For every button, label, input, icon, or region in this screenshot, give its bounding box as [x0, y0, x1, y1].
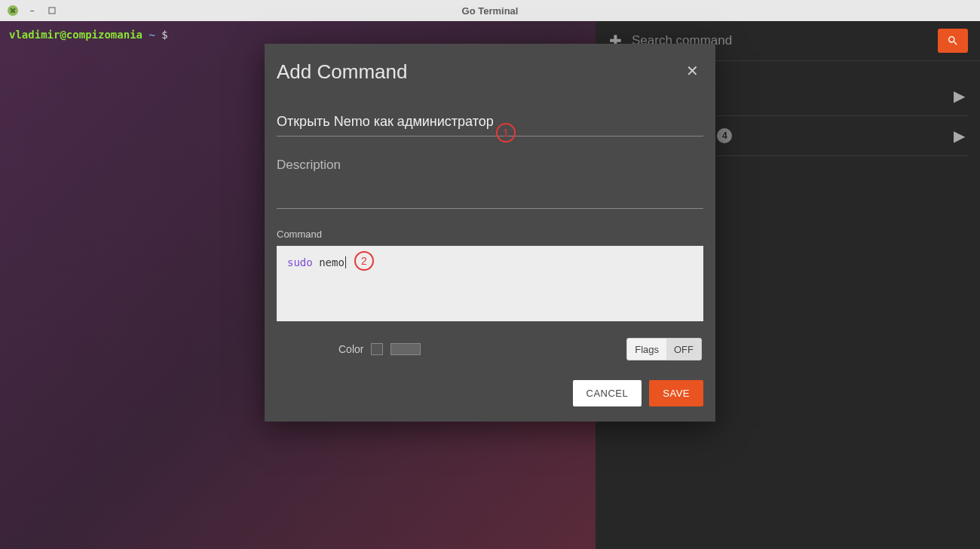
prompt-user: vladimir@compizomania [9, 29, 142, 41]
flags-label: Flags [627, 344, 666, 355]
window-title: Go Terminal [462, 5, 519, 17]
flags-toggle[interactable]: Flags OFF [626, 338, 702, 360]
annotation-marker-2: 2 [354, 251, 374, 271]
color-swatch-checkbox[interactable] [371, 343, 383, 355]
add-command-modal: Add Command ✕ Description Command sudo n… [265, 44, 715, 422]
window-close-button[interactable] [8, 5, 18, 16]
flags-state: OFF [666, 339, 701, 360]
color-picker-group: Color [338, 343, 421, 355]
save-button[interactable]: SAVE [649, 380, 703, 406]
cmd-text: nemo [313, 256, 346, 268]
window-minimize-button[interactable]: − [27, 5, 38, 16]
window-maximize-button[interactable] [47, 5, 57, 16]
category-count-badge: 4 [717, 128, 732, 143]
cancel-button[interactable]: CANCEL [573, 380, 642, 406]
command-name-input[interactable] [277, 111, 703, 136]
color-label: Color [338, 343, 363, 355]
chevron-right-icon: ▶ [954, 87, 965, 105]
modal-title: Add Command [277, 60, 407, 84]
description-label: Description [277, 158, 703, 173]
annotation-marker-1: 1 [496, 123, 516, 143]
search-button[interactable] [938, 29, 968, 53]
chevron-right-icon: ▶ [954, 127, 965, 145]
cmd-keyword: sudo [287, 256, 313, 268]
window-titlebar: − Go Terminal [0, 0, 980, 21]
command-label: Command [277, 228, 703, 240]
color-swatch-preview[interactable] [390, 343, 421, 355]
prompt-path: ~ [149, 29, 155, 41]
search-icon [947, 35, 959, 47]
svg-rect-0 [49, 8, 55, 14]
command-textarea[interactable]: sudo nemo [277, 246, 703, 321]
description-textarea[interactable] [277, 176, 703, 209]
prompt-dollar: $ [161, 29, 167, 41]
modal-close-button[interactable]: ✕ [681, 60, 703, 81]
